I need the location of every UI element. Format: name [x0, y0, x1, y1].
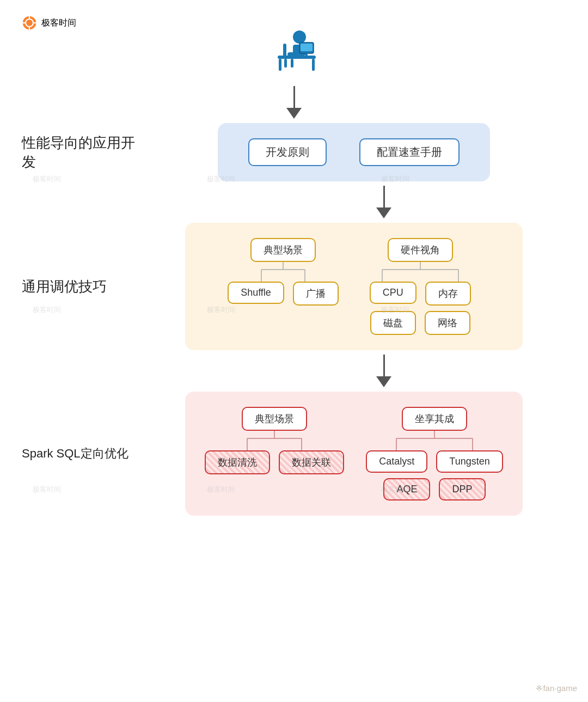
svg-rect-18	[291, 59, 293, 68]
box-blue: 开发原则 配置速查手册	[218, 123, 490, 181]
tree-children-right-r-row2: AQE DPP	[383, 478, 485, 500]
svg-rect-15	[283, 44, 286, 57]
connector-right-y-top	[360, 262, 480, 282]
page-layout: 极客时间 极客时间 极客时间 极客时间 极客时间 极客时间 极客时间 极客时间 …	[0, 0, 588, 702]
section-label-1: 性能导向的应用开发	[22, 133, 142, 172]
connector-right-r-top	[369, 431, 500, 450]
box-red: 典型场景 数据清洗 数据关联	[185, 392, 523, 516]
node-shujuqingxi: 数据清洗	[205, 450, 270, 474]
logo-text: 极客时间	[41, 17, 76, 29]
node-dianxingchangjing-r: 典型场景	[242, 407, 307, 431]
arrow-2	[376, 186, 391, 218]
arrow-3	[376, 355, 391, 387]
node-dianxingchangjing-y: 典型场景	[250, 238, 316, 262]
svg-rect-12	[301, 44, 313, 51]
svg-point-6	[293, 30, 306, 44]
section-row-1: 性能导向的应用开发 开发原则 配置速查手册	[0, 123, 588, 181]
tree-children-left-r: 数据清洗 数据关联	[205, 450, 344, 474]
section-diagram-1: 开发原则 配置速查手册	[142, 123, 566, 181]
tree-children-right-r-row1: Catalyst Tungsten	[366, 450, 503, 473]
box-yellow: 典型场景 Shuffle 广播	[185, 223, 523, 350]
svg-rect-17	[284, 59, 287, 68]
logo-icon	[22, 15, 37, 30]
node-zuoxiangqicheng: 坐享其成	[402, 407, 467, 431]
node-dpp: DPP	[439, 478, 485, 500]
tree-yellow-left: 典型场景 Shuffle 广播	[228, 238, 339, 306]
tree-children-right-y-row1: CPU 内存	[370, 282, 471, 306]
node-peizhishouche: 配置速查手册	[359, 138, 460, 166]
tree-red-left: 典型场景 数据清洗 数据关联	[205, 407, 344, 474]
node-cpu: CPU	[370, 282, 416, 304]
node-cipan: 磁盘	[370, 311, 416, 335]
node-kaifa: 开发原则	[248, 138, 327, 166]
arrow-1	[286, 86, 302, 119]
section-label-2: 通用调优技巧	[22, 277, 142, 296]
tree-yellow-right: 硬件视角 CPU 内存	[360, 238, 480, 335]
node-guangbo: 广播	[293, 282, 339, 306]
node-aqe: AQE	[383, 478, 430, 500]
fangame-watermark: ※fan·game	[536, 683, 577, 693]
tree-children-left-y: Shuffle 广播	[228, 282, 339, 306]
page-content: 性能导向的应用开发 开发原则 配置速查手册 通用调优技巧 典型场景	[0, 0, 588, 532]
logo: 极客时间	[22, 15, 76, 30]
section-diagram-3: 典型场景 数据清洗 数据关联	[142, 392, 566, 516]
tree-red-right: 坐享其成 Catalyst Tungsten	[366, 407, 503, 500]
connector-left-r	[231, 431, 318, 450]
tree-children-right-y-row2: 磁盘 网络	[370, 311, 470, 335]
node-yingjianshijiao: 硬件视角	[388, 238, 453, 262]
person-icon	[267, 27, 321, 82]
svg-rect-16	[282, 56, 294, 59]
svg-rect-10	[312, 59, 315, 71]
person-icon-area	[267, 27, 321, 82]
node-catalyst: Catalyst	[366, 450, 427, 473]
section-diagram-2: 典型场景 Shuffle 广播	[142, 223, 566, 350]
svg-rect-13	[305, 53, 308, 56]
node-neicun: 内存	[425, 282, 471, 306]
node-wangluo: 网络	[425, 311, 470, 335]
section-label-3: Spark SQL定向优化	[22, 445, 142, 462]
svg-rect-9	[279, 59, 281, 71]
section-row-2: 通用调优技巧 典型场景 Shuffle	[0, 223, 588, 350]
connector-left-y	[245, 262, 321, 282]
node-shujuguanlian: 数据关联	[279, 450, 344, 474]
node-shuffle: Shuffle	[228, 282, 284, 304]
node-tungsten: Tungsten	[436, 450, 503, 473]
section-row-3: Spark SQL定向优化 典型场景 数据清洗	[0, 392, 588, 516]
